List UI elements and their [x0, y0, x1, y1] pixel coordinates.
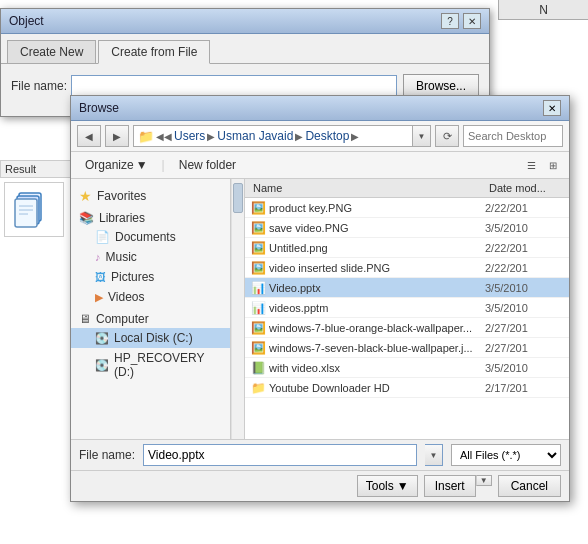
forward-button[interactable]: ▶	[105, 125, 129, 147]
insert-button[interactable]: Insert	[424, 475, 476, 497]
file-date-cell: 3/5/2010	[485, 362, 565, 374]
file-name-cell: Untitled.png	[267, 242, 485, 254]
file-icon: 📊	[249, 281, 267, 295]
svg-rect-2	[15, 199, 37, 227]
file-name-cell: save video.PNG	[267, 222, 485, 234]
sidebar-item-local-disk[interactable]: 💽 Local Disk (C:)	[71, 328, 230, 348]
bottom-filename-label: File name:	[79, 448, 135, 462]
documents-icon: 📄	[95, 230, 110, 244]
hp-recovery-label: HP_RECOVERY (D:)	[114, 351, 222, 379]
address-dropdown[interactable]: ▼	[413, 125, 431, 147]
bottom-filename-input[interactable]	[143, 444, 417, 466]
music-label: Music	[106, 250, 137, 264]
file-date-cell: 2/27/201	[485, 342, 565, 354]
hp-recovery-icon: 💽	[95, 359, 109, 372]
table-row[interactable]: 🖼️product key.PNG2/22/201	[245, 198, 569, 218]
videos-icon: ▶	[95, 291, 103, 304]
path-segment-users[interactable]: Users	[174, 129, 205, 143]
browse-toolbar: Organize ▼ | New folder ☰ ⊞	[71, 152, 569, 179]
file-name-cell: with video.xlsx	[267, 362, 485, 374]
file-name-input[interactable]	[71, 75, 397, 97]
file-icon: 🖼️	[249, 341, 267, 355]
local-disk-label: Local Disk (C:)	[114, 331, 193, 345]
col-date-header: Date mod...	[485, 181, 565, 195]
pictures-icon: 🖼	[95, 271, 106, 283]
sidebar-item-hp-recovery[interactable]: 💽 HP_RECOVERY (D:)	[71, 348, 230, 382]
table-row[interactable]: 🖼️video inserted slide.PNG2/22/201	[245, 258, 569, 278]
file-name-cell: Youtube Downloader HD	[267, 382, 485, 394]
tab-create-new[interactable]: Create New	[7, 40, 96, 63]
cancel-button[interactable]: Cancel	[498, 475, 561, 497]
organize-button[interactable]: Organize ▼	[77, 156, 156, 174]
file-icon: 🖼️	[249, 201, 267, 215]
file-icon: 🖼️	[249, 321, 267, 335]
music-icon: ♪	[95, 251, 101, 263]
back-button[interactable]: ◀	[77, 125, 101, 147]
col-name-header: Name	[249, 181, 485, 195]
dialog-close-button[interactable]: ✕	[463, 13, 481, 29]
videos-label: Videos	[108, 290, 144, 304]
dialog-help-button[interactable]: ?	[441, 13, 459, 29]
file-icon: 🖼️	[249, 261, 267, 275]
file-date-cell: 3/5/2010	[485, 222, 565, 234]
file-date-cell: 2/27/201	[485, 322, 565, 334]
table-row[interactable]: 🖼️windows-7-blue-orange-black-wallpaper.…	[245, 318, 569, 338]
computer-header: 🖥 Computer	[71, 307, 230, 328]
table-row[interactable]: 📊Video.pptx3/5/2010	[245, 278, 569, 298]
favorites-header: ★ Favorites	[71, 183, 230, 206]
filename-dropdown[interactable]: ▼	[425, 444, 443, 466]
column-header-n: N	[498, 0, 588, 20]
table-row[interactable]: 📊videos.pptm3/5/2010	[245, 298, 569, 318]
new-folder-button[interactable]: New folder	[171, 156, 244, 174]
tab-create-from-file[interactable]: Create from File	[98, 40, 210, 64]
view-list-icon[interactable]: ☰	[521, 155, 541, 175]
file-date-cell: 2/17/201	[485, 382, 565, 394]
computer-label: Computer	[96, 312, 149, 326]
insert-group: Insert ▼	[424, 475, 492, 497]
table-row[interactable]: 🖼️save video.PNG3/5/2010	[245, 218, 569, 238]
file-name-cell: product key.PNG	[267, 202, 485, 214]
path-segment-desktop[interactable]: Desktop	[305, 129, 349, 143]
pictures-label: Pictures	[111, 270, 154, 284]
tools-button[interactable]: Tools ▼	[357, 475, 418, 497]
organize-label: Organize	[85, 158, 134, 172]
table-row[interactable]: 🖼️Untitled.png2/22/201	[245, 238, 569, 258]
table-row[interactable]: 🖼️windows-7-seven-black-blue-wallpaper.j…	[245, 338, 569, 358]
local-disk-icon: 💽	[95, 332, 109, 345]
libraries-icon: 📚	[79, 211, 94, 225]
organize-arrow: ▼	[136, 158, 148, 172]
left-panel: ★ Favorites 📚 Libraries 📄 Documents ♪ Mu…	[71, 179, 231, 439]
browse-close-button[interactable]: ✕	[543, 100, 561, 116]
path-sep-1: ▶	[207, 131, 215, 142]
file-icon: 🖼️	[249, 241, 267, 255]
file-name-cell: videos.pptm	[267, 302, 485, 314]
dialog-tabs: Create New Create from File	[1, 34, 489, 63]
browse-title: Browse	[79, 101, 119, 115]
path-segment-usman[interactable]: Usman Javaid	[217, 129, 293, 143]
view-grid-icon[interactable]: ⊞	[543, 155, 563, 175]
refresh-button[interactable]: ⟳	[435, 125, 459, 147]
dialog-title: Object	[9, 14, 44, 28]
computer-icon: 🖥	[79, 312, 91, 326]
left-panel-scrollbar[interactable]	[231, 179, 245, 439]
file-date-cell: 2/22/201	[485, 262, 565, 274]
path-sep-3: ▶	[351, 131, 359, 142]
sidebar-item-videos[interactable]: ▶ Videos	[71, 287, 230, 307]
sidebar-item-music[interactable]: ♪ Music	[71, 247, 230, 267]
table-row[interactable]: 📁Youtube Downloader HD2/17/201	[245, 378, 569, 398]
browse-actions: Tools ▼ Insert ▼ Cancel	[71, 470, 569, 501]
sidebar-item-pictures[interactable]: 🖼 Pictures	[71, 267, 230, 287]
insert-dropdown[interactable]: ▼	[476, 475, 492, 486]
file-list-header: Name Date mod...	[245, 179, 569, 198]
documents-label: Documents	[115, 230, 176, 244]
table-row[interactable]: 📗with video.xlsx3/5/2010	[245, 358, 569, 378]
file-icon: 🖼️	[249, 221, 267, 235]
file-type-select[interactable]: All Files (*.*)	[451, 444, 561, 466]
search-input[interactable]	[463, 125, 563, 147]
sidebar-item-documents[interactable]: 📄 Documents	[71, 227, 230, 247]
view-buttons: ☰ ⊞	[521, 155, 563, 175]
favorites-label: Favorites	[97, 189, 146, 203]
libraries-label: Libraries	[99, 211, 145, 225]
address-bar: ◀ ▶ 📁 ◀◀ Users ▶ Usman Javaid ▶ Desktop …	[71, 121, 569, 152]
file-name-cell: Video.pptx	[267, 282, 485, 294]
